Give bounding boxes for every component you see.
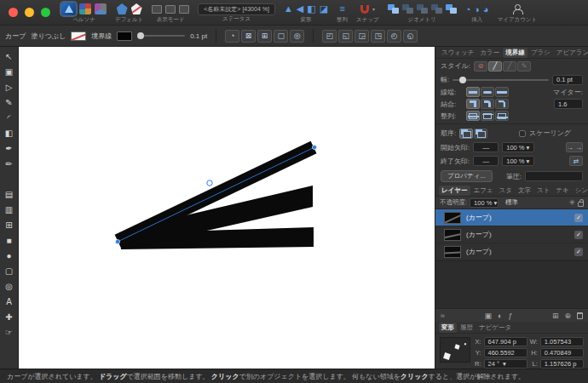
stroke-style-none-button[interactable]: ⊘ xyxy=(474,61,487,71)
width-value-field[interactable]: 0.1 pt xyxy=(552,75,583,85)
panel-tab[interactable]: 履歴 xyxy=(458,323,476,333)
start-arrow-percent-dropdown[interactable]: 100 % ▾ xyxy=(502,142,534,152)
tool-button[interactable]: ◎ xyxy=(2,280,17,293)
pixel-view-icon[interactable] xyxy=(165,5,176,14)
selection-node-end[interactable] xyxy=(115,239,119,243)
insert-inside-icon[interactable]: ◕ xyxy=(483,4,489,14)
panel-tab[interactable]: ナビゲータ xyxy=(476,323,514,333)
boolean-add-icon[interactable] xyxy=(388,4,399,14)
snap-nodes-button[interactable]: ⊞ xyxy=(257,30,272,43)
tool-button[interactable]: ⊞ xyxy=(2,219,17,232)
rotation-field[interactable]: 24 ° ▾ xyxy=(484,359,527,369)
fill-layer-icon[interactable]: ▣ xyxy=(484,312,492,320)
align-middle-button[interactable]: ◴ xyxy=(387,30,401,43)
panel-tab[interactable]: 文字 xyxy=(516,186,533,196)
opacity-dropdown[interactable]: 100 % ▾ xyxy=(470,198,499,208)
tool-button[interactable]: ▤ xyxy=(2,188,17,201)
tool-button[interactable] xyxy=(2,341,17,354)
join-miter-button[interactable] xyxy=(466,99,480,109)
tool-button[interactable]: ■ xyxy=(2,234,17,247)
export-persona-icon[interactable] xyxy=(95,3,107,14)
flip-horizontal-icon[interactable]: ▲ xyxy=(284,3,293,14)
revert-defaults-icon[interactable] xyxy=(131,3,142,14)
snapping-magnet-icon[interactable] xyxy=(360,5,369,14)
panel-tab[interactable]: カラー xyxy=(477,48,502,58)
transform-anchor-preview[interactable] xyxy=(440,337,470,363)
rotate-ccw-icon[interactable]: ◧ xyxy=(307,3,315,14)
start-arrow-style-dropdown[interactable]: — xyxy=(473,142,499,152)
stroke-style-solid-button[interactable]: ╱ xyxy=(488,61,502,71)
panel-tab[interactable]: テキ xyxy=(553,186,571,196)
order-front-button[interactable] xyxy=(474,129,487,139)
w-field[interactable]: 1.057543 xyxy=(540,337,584,346)
cycle-selection-button[interactable]: ◎ xyxy=(290,30,304,43)
panel-tab[interactable]: シン xyxy=(573,186,588,196)
layer-visibility-checkbox[interactable]: ✓ xyxy=(574,231,583,239)
swap-arrows-icon[interactable]: ⇄ xyxy=(569,156,583,166)
cap-square-button[interactable] xyxy=(495,87,509,97)
insert-top-icon[interactable]: ◑ xyxy=(474,4,480,14)
join-bevel-button[interactable] xyxy=(495,99,509,109)
tool-button[interactable]: ● xyxy=(2,249,17,262)
boolean-intersect-icon[interactable] xyxy=(417,4,428,14)
align-right-button[interactable]: ◲ xyxy=(355,30,369,43)
hide-selection-button[interactable]: ▢ xyxy=(274,30,288,43)
panel-tab[interactable]: アピアランス xyxy=(554,48,588,58)
cap-round-button[interactable] xyxy=(481,87,494,97)
stroke-swatch[interactable] xyxy=(117,31,132,41)
tool-button[interactable]: ↖ xyxy=(2,50,17,63)
designer-persona-icon[interactable] xyxy=(61,3,76,15)
shear-field[interactable]: 1.157626 p xyxy=(540,359,584,369)
new-page-icon[interactable]: ⊞ xyxy=(552,312,559,320)
stroke-style-dashed-button[interactable]: ╱ xyxy=(503,61,516,71)
document-canvas[interactable] xyxy=(19,47,435,369)
synchronize-defaults-icon[interactable] xyxy=(117,3,128,14)
y-field[interactable]: 460.5592 xyxy=(484,348,527,357)
tool-button[interactable]: ▢ xyxy=(2,265,17,277)
snapping-dropdown-icon[interactable]: ▾ xyxy=(372,6,375,12)
layer-options-gear-icon[interactable]: ✳ xyxy=(568,199,575,207)
tool-button[interactable]: ▷ xyxy=(2,81,17,94)
panel-tab[interactable]: スト xyxy=(534,186,552,196)
panel-tab[interactable]: エフェ xyxy=(471,186,496,196)
stroke-width-slider[interactable] xyxy=(137,35,185,37)
panel-tab[interactable]: スタ xyxy=(497,186,515,196)
align-center-stroke-button[interactable] xyxy=(466,111,480,121)
rotation-center-button[interactable]: ◔ xyxy=(225,30,239,43)
mask-layer-icon[interactable]: ◐ xyxy=(498,312,502,320)
rotate-cw-icon[interactable]: ◪ xyxy=(320,3,328,14)
layer-lock-icon[interactable] xyxy=(578,202,584,207)
tool-button[interactable]: ✏ xyxy=(2,157,17,170)
tool-button[interactable]: A xyxy=(2,295,17,308)
tool-button[interactable] xyxy=(2,173,17,186)
pressure-profile-field[interactable] xyxy=(525,171,583,181)
flip-vertical-icon[interactable]: ◀ xyxy=(297,3,303,14)
layer-visibility-checkbox[interactable]: ✓ xyxy=(574,214,583,222)
width-slider[interactable] xyxy=(453,79,549,81)
layer-row[interactable]: (カーブ) ✓ xyxy=(435,226,588,243)
boolean-subtract-icon[interactable] xyxy=(402,4,413,14)
arrow-place-icon[interactable]: → → xyxy=(566,142,583,152)
panel-tab[interactable]: ブラシ xyxy=(528,48,553,58)
selection-node-mid[interactable] xyxy=(207,180,212,186)
vector-view-icon[interactable] xyxy=(152,5,162,14)
align-bottom-button[interactable]: ◵ xyxy=(403,30,418,43)
tool-button[interactable]: ▣ xyxy=(2,66,17,78)
new-layer-icon[interactable]: ⊕ xyxy=(564,312,571,320)
panel-tab[interactable]: 変形 xyxy=(439,323,457,333)
bounding-box-button[interactable]: ⊠ xyxy=(241,30,256,43)
pixel-persona-icon[interactable] xyxy=(79,3,91,14)
width-slider-knob[interactable] xyxy=(459,77,466,83)
blend-mode-dropdown[interactable]: 標準 xyxy=(501,198,527,208)
panel-tab[interactable]: 境界線 xyxy=(503,48,527,58)
join-round-button[interactable] xyxy=(481,99,494,109)
stroke-properties-button[interactable]: プロパティ... xyxy=(441,170,493,182)
tool-button[interactable]: ✚ xyxy=(2,311,17,323)
tool-button[interactable]: ◧ xyxy=(2,127,17,140)
zoom-window-button[interactable] xyxy=(41,8,50,17)
tool-button[interactable]: ◜ xyxy=(2,111,17,124)
align-center-button[interactable]: ◱ xyxy=(338,30,353,43)
layer-visibility-checkbox[interactable]: ✓ xyxy=(574,248,583,256)
close-window-button[interactable] xyxy=(9,8,18,17)
scroll-options-icon[interactable]: ≈ xyxy=(441,312,445,320)
